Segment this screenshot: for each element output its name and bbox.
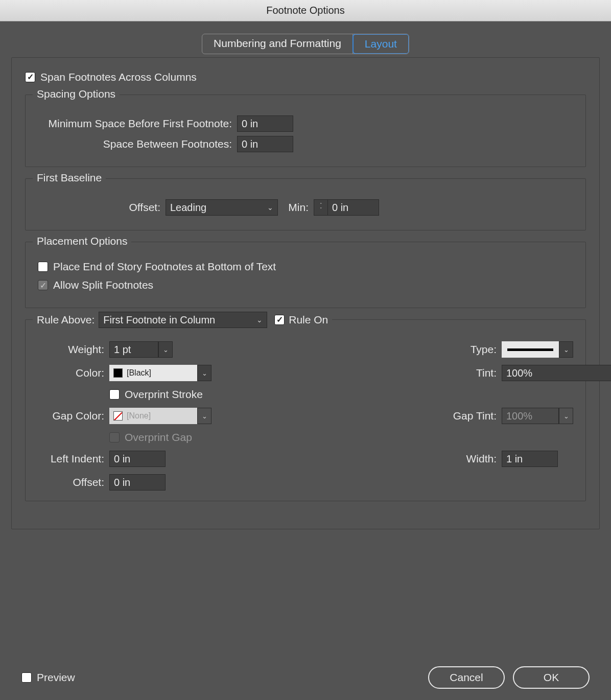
tab-layout[interactable]: Layout: [353, 34, 409, 54]
span-columns-label: Span Footnotes Across Columns: [40, 71, 197, 83]
type-label: Type:: [445, 343, 502, 356]
chevron-down-icon: ⌄: [267, 203, 273, 212]
spacing-title: Spacing Options: [33, 88, 120, 100]
preview-label: Preview: [37, 671, 75, 684]
span-columns-checkbox[interactable]: [25, 72, 35, 82]
between-label: Space Between Footnotes:: [38, 138, 237, 150]
min-stepper[interactable]: ˄ ˅: [314, 199, 328, 216]
solid-line-icon: [507, 348, 553, 351]
first-baseline-group: First Baseline Offset: Leading ⌄ Min: ˄ …: [25, 178, 586, 230]
rule-above-value: First Footnote in Column: [103, 314, 215, 326]
first-baseline-title: First Baseline: [33, 172, 106, 184]
tint-label: Tint:: [445, 367, 502, 379]
gap-color-value: [None]: [127, 411, 151, 421]
placement-group: Placement Options Place End of Story Foo…: [25, 242, 586, 308]
none-swatch-icon: [113, 411, 123, 421]
chevron-down-icon: ⌄: [563, 412, 569, 420]
weight-label: Weight:: [38, 343, 109, 356]
end-of-story-label: Place End of Story Footnotes at Bottom o…: [53, 261, 276, 273]
min-before-label: Minimum Space Before First Footnote:: [38, 118, 237, 130]
rule-offset-input[interactable]: [109, 474, 166, 491]
gap-tint-value: 100%: [506, 410, 532, 422]
chevron-down-icon: ⌄: [202, 369, 207, 377]
rule-offset-label: Offset:: [38, 476, 109, 488]
overprint-stroke-label: Overprint Stroke: [125, 388, 203, 401]
rule-group: Rule Above: First Footnote in Column ⌄ R…: [25, 319, 586, 501]
ok-button[interactable]: OK: [513, 666, 590, 689]
type-swatch[interactable]: [502, 341, 559, 358]
chevron-down-icon: ⌄: [202, 412, 207, 420]
tab-numbering[interactable]: Numbering and Formatting: [202, 34, 353, 54]
left-indent-label: Left Indent:: [38, 453, 109, 465]
color-swatch[interactable]: [Black]: [109, 365, 197, 381]
width-label: Width:: [445, 453, 502, 465]
gap-tint-input: 100%: [502, 408, 559, 424]
weight-input[interactable]: [109, 341, 158, 358]
overprint-gap-label: Overprint Gap: [125, 431, 192, 444]
color-dropdown[interactable]: ⌄: [197, 365, 212, 381]
between-input[interactable]: [237, 136, 293, 152]
offset-label: Offset:: [38, 201, 166, 214]
overprint-gap-checkbox: [109, 432, 120, 442]
gap-tint-dropdown: ⌄: [559, 408, 573, 424]
chevron-down-icon: ⌄: [163, 346, 169, 354]
tint-input[interactable]: [502, 365, 611, 381]
color-label: Color:: [38, 367, 109, 379]
rule-above-select[interactable]: First Footnote in Column ⌄: [99, 312, 267, 328]
min-label: Min:: [278, 201, 314, 214]
color-value: [Black]: [127, 368, 151, 378]
overprint-stroke-checkbox[interactable]: [109, 389, 120, 400]
gap-color-swatch[interactable]: [None]: [109, 408, 197, 424]
dialog-body: Numbering and Formatting Layout Span Foo…: [0, 21, 611, 700]
rule-on-label: Rule On: [289, 314, 328, 326]
chevron-down-icon: ⌄: [256, 316, 263, 324]
width-input[interactable]: [502, 451, 558, 467]
end-of-story-checkbox[interactable]: [38, 262, 48, 272]
dialog-footer: Preview Cancel OK: [21, 666, 590, 689]
chevron-down-icon: ˅: [320, 207, 322, 212]
min-input[interactable]: [328, 199, 379, 216]
dialog-title: Footnote Options: [0, 0, 611, 21]
left-indent-input[interactable]: [109, 451, 166, 467]
placement-title: Placement Options: [33, 235, 131, 247]
preview-checkbox[interactable]: [21, 672, 32, 683]
allow-split-label: Allow Split Footnotes: [53, 279, 153, 291]
gap-color-dropdown[interactable]: ⌄: [197, 408, 212, 424]
black-swatch-icon: [113, 368, 123, 378]
min-before-input[interactable]: [237, 115, 293, 132]
offset-select[interactable]: Leading ⌄: [166, 199, 278, 216]
type-dropdown[interactable]: ⌄: [559, 341, 573, 358]
gap-tint-label: Gap Tint:: [445, 410, 502, 422]
rule-above-label: Rule Above:: [37, 314, 95, 326]
allow-split-checkbox[interactable]: [38, 280, 48, 290]
rule-on-checkbox[interactable]: [274, 315, 285, 325]
offset-value: Leading: [170, 202, 206, 214]
cancel-button[interactable]: Cancel: [428, 666, 505, 689]
chevron-down-icon: ⌄: [563, 346, 569, 354]
spacing-group: Spacing Options Minimum Space Before Fir…: [25, 95, 586, 167]
layout-panel: Span Footnotes Across Columns Spacing Op…: [11, 57, 600, 529]
weight-dropdown[interactable]: ⌄: [158, 341, 173, 358]
gap-color-label: Gap Color:: [38, 410, 109, 422]
tabs: Numbering and Formatting Layout: [11, 34, 600, 54]
